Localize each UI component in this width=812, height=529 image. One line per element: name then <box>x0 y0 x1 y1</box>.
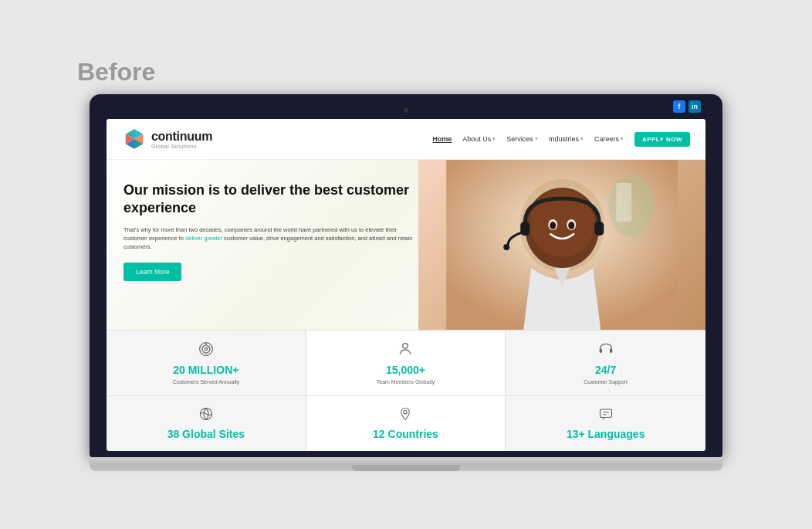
stat-languages-number: 13+ Languages <box>567 428 645 440</box>
svg-point-22 <box>205 348 207 350</box>
logo-name: continuum <box>151 130 212 144</box>
stat-languages: 13+ Languages <box>506 396 705 451</box>
logo-cube-icon <box>122 127 147 151</box>
svg-rect-18 <box>594 222 604 236</box>
laptop-screen: continuum Global Solutions Home About Us… <box>107 119 705 451</box>
logo-text: continuum Global Solutions <box>151 130 212 149</box>
hero-section: Our mission is to deliver the best custo… <box>107 160 705 330</box>
screen-bezel: f in <box>90 94 722 457</box>
nav-careers[interactable]: Careers ▾ <box>594 135 624 143</box>
stats-row-2: 38 Global Sites 12 Countries <box>107 395 705 451</box>
stat-sites-number: 38 Global Sites <box>167 428 245 440</box>
svg-point-24 <box>403 344 408 349</box>
nav-industries[interactable]: Industries ▾ <box>549 135 584 143</box>
globe-icon <box>199 407 213 423</box>
chevron-down-icon: ▾ <box>621 136 624 142</box>
laptop-camera <box>404 108 408 113</box>
logo-area: continuum Global Solutions <box>122 127 212 151</box>
chevron-down-icon: ▾ <box>580 136 584 142</box>
hero-desc: That's why for more than two decades, co… <box>123 226 419 252</box>
stat-countries-number: 12 Countries <box>373 428 438 440</box>
before-label: Before <box>77 58 155 86</box>
stat-support: 24/7 Customer Support <box>506 331 705 395</box>
stat-customers-label: Customers Served Annually <box>173 379 239 385</box>
svg-rect-26 <box>610 348 612 353</box>
person-icon <box>398 341 413 359</box>
facebook-bezel-icon: f <box>673 100 685 113</box>
stat-sites: 38 Global Sites <box>107 396 306 451</box>
target-icon <box>198 341 214 359</box>
stat-customers-number: 20 MILLION+ <box>173 364 239 376</box>
stat-customers: 20 MILLION+ Customers Served Annually <box>107 331 306 395</box>
svg-point-16 <box>568 222 574 229</box>
apply-now-button[interactable]: APPLY NOW <box>634 132 690 147</box>
chevron-down-icon: ▾ <box>535 136 538 142</box>
nav-home[interactable]: Home <box>432 135 452 143</box>
chevron-down-icon: ▾ <box>492 136 496 142</box>
svg-point-21 <box>202 345 210 353</box>
bezel-social-icons: f in <box>673 100 701 113</box>
svg-point-19 <box>503 244 509 250</box>
stat-team-label: Team Members Globally <box>377 379 435 385</box>
headset-icon <box>598 341 614 359</box>
stat-support-label: Customer Support <box>584 379 628 385</box>
location-pin-icon <box>398 407 412 423</box>
laptop-base <box>90 457 722 471</box>
site-nav: continuum Global Solutions Home About Us… <box>107 119 705 160</box>
nav-about[interactable]: About Us ▾ <box>462 135 496 143</box>
stat-team: 15,000+ Team Members Globally <box>306 331 506 395</box>
hero-title: Our mission is to deliver the best custo… <box>123 181 419 218</box>
hero-image <box>418 160 705 330</box>
stat-team-number: 15,000+ <box>386 364 425 376</box>
laptop-frame: f in <box>90 94 722 471</box>
svg-point-15 <box>550 222 556 229</box>
hero-content: Our mission is to deliver the best custo… <box>107 160 436 330</box>
nav-links: Home About Us ▾ Services ▾ Industries ▾ <box>432 132 690 147</box>
nav-services[interactable]: Services ▾ <box>506 135 538 143</box>
svg-point-28 <box>404 411 408 415</box>
svg-rect-9 <box>616 183 631 222</box>
svg-rect-29 <box>600 409 611 418</box>
learn-more-button[interactable]: Learn More <box>123 263 181 281</box>
stat-countries: 12 Countries <box>306 396 506 451</box>
logo-sub: Global Solutions <box>151 144 212 149</box>
chat-icon <box>599 407 613 423</box>
stat-support-number: 24/7 <box>595 364 616 376</box>
svg-rect-25 <box>599 348 601 353</box>
stats-row-1: 20 MILLION+ Customers Served Annually 15… <box>107 330 705 395</box>
linkedin-bezel-icon: in <box>689 100 701 113</box>
